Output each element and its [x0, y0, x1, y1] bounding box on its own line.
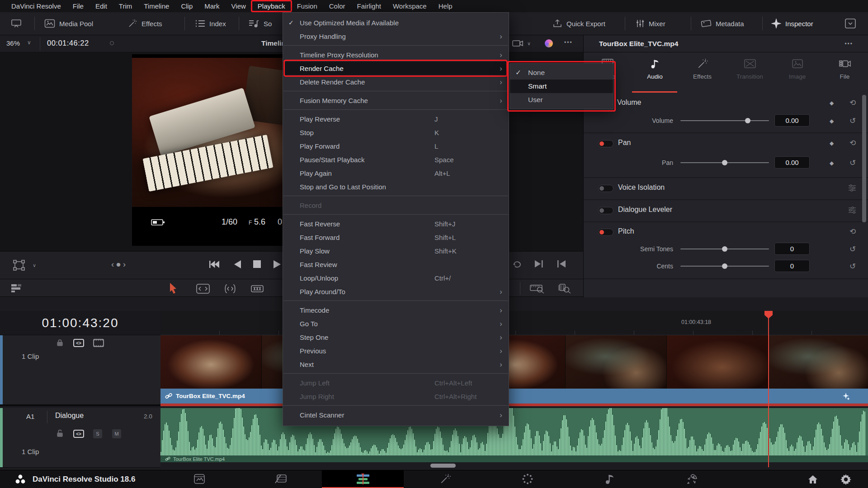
keyframe-diamond-icon[interactable]: ◆	[830, 160, 834, 166]
menu-item-fast-reverse[interactable]: Fast Reverse Shift+J	[283, 217, 509, 230]
dual-screen-icon[interactable]	[11, 12, 22, 35]
tab-image[interactable]: Image	[774, 53, 821, 92]
viewer-timecode[interactable]: 00:01:46:22	[47, 39, 89, 47]
voice-isolation-toggle[interactable]	[598, 185, 613, 192]
trim-edit-mode-icon[interactable]	[196, 284, 210, 294]
cents-handle[interactable]	[722, 263, 727, 269]
tab-file[interactable]: File	[821, 53, 868, 92]
fairlight-page-button[interactable]	[569, 470, 651, 487]
solo-button[interactable]: S	[93, 429, 102, 438]
play-icon[interactable]	[273, 260, 281, 269]
submenu-item-user[interactable]: User	[510, 93, 613, 107]
keyframe-diamond-icon[interactable]: ◆	[830, 140, 834, 146]
dynamic-trim-mode-icon[interactable]	[223, 284, 237, 294]
reset-param-icon[interactable]: ↺	[849, 116, 856, 126]
pan-value[interactable]: 0.00	[774, 156, 810, 169]
keyframe-diamond-icon[interactable]: ◆	[830, 100, 834, 106]
auto-select-icon[interactable]: <>	[73, 339, 84, 347]
menu-clip[interactable]: Clip	[175, 1, 198, 11]
transform-tool-icon[interactable]	[13, 259, 25, 271]
prev-frame-icon[interactable]	[557, 260, 566, 268]
menu-view[interactable]: View	[226, 1, 252, 11]
auto-select-icon[interactable]: <>	[73, 430, 84, 438]
camera-select-icon[interactable]	[512, 39, 524, 48]
menu-item-use-optimized-media[interactable]: ✓ Use Optimized Media if Available	[283, 16, 509, 29]
menu-item-loop-unloop[interactable]: Loop/Unloop Ctrl+/	[283, 271, 509, 285]
metadata-button[interactable]: Metadata	[701, 12, 744, 35]
menu-item-stop[interactable]: Stop K	[283, 126, 509, 139]
volume-value[interactable]: 0.00	[774, 114, 810, 127]
menu-item-play-again[interactable]: Play Again Alt+L	[283, 166, 509, 180]
video-clip-bar[interactable]: TourBox Elite_TVC.mp4	[160, 389, 868, 404]
menu-item-proxy-handling[interactable]: Proxy Handling ›	[283, 29, 509, 43]
zoom-full-extent-icon[interactable]	[530, 283, 545, 294]
reset-section-icon[interactable]: ⟲	[849, 138, 856, 148]
reset-param-icon[interactable]: ↺	[849, 244, 856, 254]
reset-section-icon[interactable]: ⟲	[849, 98, 856, 108]
media-pool-button[interactable]: Media Pool	[44, 12, 93, 35]
media-page-button[interactable]	[158, 470, 240, 487]
jog-control-icon[interactable]: ‹●›	[111, 259, 127, 269]
play-reverse-icon[interactable]	[233, 260, 241, 269]
clip-attributes-icon[interactable]	[842, 392, 850, 400]
timeline-view-options-icon[interactable]	[11, 283, 24, 293]
timeline-timecode[interactable]: 01:00:43:20	[0, 311, 160, 335]
keyframe-diamond-icon[interactable]: ◆	[830, 118, 834, 124]
volume-slider[interactable]	[680, 120, 769, 121]
deliver-page-button[interactable]	[651, 470, 733, 487]
lock-icon[interactable]	[56, 430, 64, 437]
inspector-options-icon[interactable]: •••	[844, 41, 853, 47]
inspector-scrollbar[interactable]	[862, 95, 866, 222]
razor-tool-icon[interactable]	[250, 284, 264, 294]
sound-library-button[interactable]: So	[249, 12, 272, 35]
menu-item-step-one[interactable]: Step One ›	[283, 330, 509, 344]
cut-page-button[interactable]	[240, 470, 322, 487]
fusion-page-button[interactable]	[404, 470, 486, 487]
tab-transition[interactable]: Transition	[726, 53, 774, 92]
chevron-down-icon[interactable]: ∨	[527, 41, 531, 47]
audio-track-header[interactable]: A1 Dialogue 2.0 <> S M 1 Clip	[0, 408, 160, 468]
video-clip-thumbnails[interactable]	[160, 335, 868, 389]
cents-value[interactable]: 0	[774, 260, 810, 272]
customize-sliders-icon[interactable]	[848, 183, 857, 192]
menu-fairlight[interactable]: Fairlight	[351, 1, 387, 11]
edit-page-button[interactable]	[322, 470, 404, 488]
chevron-down-icon[interactable]: ∨	[33, 263, 36, 268]
settings-gear-icon[interactable]	[840, 474, 852, 485]
menu-item-previous[interactable]: Previous ›	[283, 344, 509, 357]
zoom-detail-icon[interactable]	[558, 283, 573, 294]
menu-item-play-forward[interactable]: Play Forward L	[283, 139, 509, 153]
menu-workspace[interactable]: Workspace	[387, 1, 433, 11]
dialogue-leveler-toggle[interactable]	[598, 207, 613, 214]
reset-param-icon[interactable]: ↺	[849, 262, 856, 271]
mixer-button[interactable]: Mixer	[636, 12, 665, 35]
menu-item-stop-and-go-to-last-position[interactable]: Stop and Go to Last Position	[283, 180, 509, 193]
timeline-playhead[interactable]	[768, 311, 769, 467]
menu-item-play-around-to[interactable]: Play Around/To ›	[283, 285, 509, 298]
pan-enable-toggle[interactable]	[598, 140, 613, 147]
menu-help[interactable]: Help	[433, 1, 458, 11]
volume-slider-handle[interactable]	[745, 118, 750, 123]
index-button[interactable]: Index	[195, 12, 226, 35]
audio-waveform[interactable]	[160, 408, 868, 455]
menu-fusion[interactable]: Fusion	[291, 1, 323, 11]
stop-icon[interactable]	[253, 260, 261, 268]
chevron-down-icon[interactable]: ∨	[27, 39, 31, 46]
lock-icon[interactable]	[56, 339, 64, 347]
menu-item-next[interactable]: Next ›	[283, 357, 509, 371]
semi-tones-handle[interactable]	[722, 246, 727, 252]
menu-item-fusion-memory-cache[interactable]: Fusion Memory Cache ›	[283, 94, 509, 107]
mute-button[interactable]: M	[112, 429, 121, 438]
menu-item-delete-render-cache[interactable]: Delete Render Cache ›	[283, 75, 509, 89]
menu-item-play-slow[interactable]: Play Slow Shift+K	[283, 244, 509, 258]
effects-button[interactable]: Effects	[127, 12, 162, 35]
loop-icon[interactable]	[512, 260, 522, 269]
menu-item-timecode[interactable]: Timecode ›	[283, 303, 509, 317]
panel-collapse-icon[interactable]	[844, 12, 856, 35]
menu-timeline[interactable]: Timeline	[138, 1, 175, 11]
semi-tones-value[interactable]: 0	[774, 243, 810, 255]
reset-section-icon[interactable]: ⟲	[849, 227, 856, 236]
customize-sliders-icon[interactable]	[848, 206, 857, 215]
menu-mark[interactable]: Mark	[198, 1, 225, 11]
pan-slider-handle[interactable]	[722, 160, 727, 165]
